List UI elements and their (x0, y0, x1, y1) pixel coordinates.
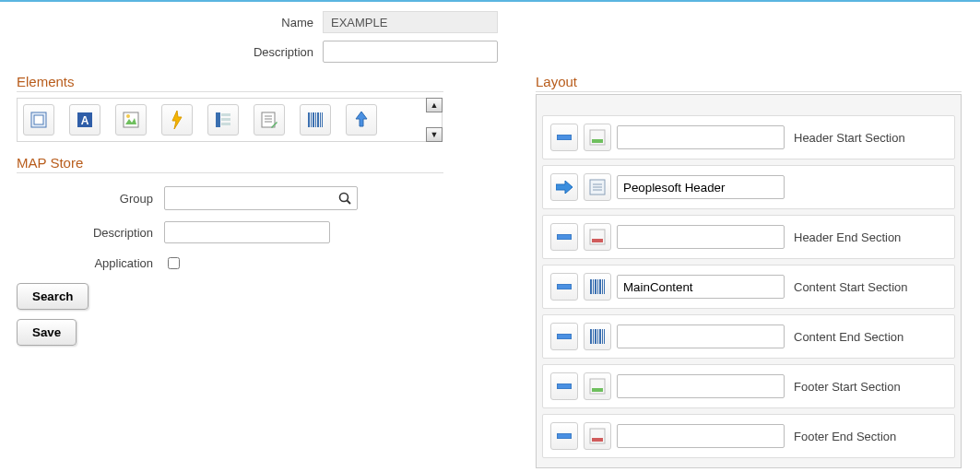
layout-type-button[interactable] (584, 273, 611, 301)
layout-panel: Header Start SectionHeader End SectionCo… (536, 94, 962, 468)
image-element-icon (123, 112, 139, 128)
layout-row: Content Start Section (542, 265, 955, 309)
arrow-right-icon (556, 181, 573, 194)
elements-toolbar: A ▲ ▼ (17, 98, 443, 142)
layout-name-input[interactable] (617, 125, 785, 149)
svg-rect-38 (557, 284, 572, 289)
action-element-icon (171, 111, 183, 129)
content-end-icon (589, 328, 606, 345)
group-lookup-button[interactable] (338, 192, 351, 205)
svg-point-6 (126, 114, 130, 118)
svg-rect-43 (599, 279, 601, 294)
divider (17, 172, 443, 173)
layout-name-input[interactable] (617, 424, 785, 448)
layout-section-label: Content End Section (794, 330, 903, 344)
layout-arrow-button[interactable] (550, 372, 578, 400)
name-label: Name (0, 16, 323, 30)
svg-rect-47 (590, 329, 592, 344)
edit-element-button[interactable] (254, 104, 285, 136)
minus-icon (557, 234, 572, 240)
layout-arrow-button[interactable] (550, 273, 578, 301)
group-input[interactable] (171, 188, 338, 208)
image-element-button[interactable] (115, 104, 147, 136)
footer-end-icon (589, 428, 606, 444)
chevron-up-icon: ▲ (431, 100, 439, 110)
description-label: Description (0, 45, 323, 59)
chevron-down-icon: ▼ (431, 130, 439, 139)
layout-arrow-button[interactable] (550, 422, 578, 450)
minus-icon (557, 433, 572, 439)
header-start-icon (589, 129, 606, 146)
map-description-input[interactable] (164, 221, 330, 243)
layout-type-button[interactable] (584, 323, 611, 350)
layout-section-label: Header End Section (794, 230, 901, 244)
layout-arrow-button[interactable] (550, 323, 578, 350)
layout-arrow-button[interactable] (550, 223, 578, 251)
action-element-button[interactable] (161, 104, 193, 136)
svg-rect-27 (557, 135, 572, 140)
svg-rect-22 (320, 112, 321, 127)
svg-point-25 (340, 194, 348, 202)
layout-name-input[interactable] (617, 275, 785, 299)
svg-rect-46 (557, 334, 572, 339)
svg-rect-40 (593, 279, 594, 294)
svg-rect-59 (592, 438, 603, 442)
upload-element-icon (354, 112, 369, 128)
svg-rect-41 (595, 279, 596, 294)
save-button[interactable]: Save (17, 319, 77, 346)
map-description-label: Description (17, 226, 164, 240)
barcode-element-button[interactable] (300, 104, 331, 136)
svg-rect-29 (592, 139, 603, 143)
application-checkbox[interactable] (168, 257, 180, 269)
layout-section-label: Content Start Section (794, 280, 908, 294)
svg-rect-57 (557, 433, 572, 439)
layout-name-input[interactable] (617, 225, 785, 249)
text-element-button[interactable]: A (69, 104, 100, 136)
svg-rect-39 (590, 279, 592, 294)
svg-rect-51 (599, 329, 601, 344)
name-value: EXAMPLE (323, 11, 498, 33)
layout-type-button[interactable] (584, 124, 611, 151)
search-icon (338, 192, 351, 205)
minus-icon (557, 384, 572, 389)
elements-heading: Elements (17, 74, 443, 89)
svg-text:A: A (81, 114, 89, 127)
svg-rect-11 (221, 123, 230, 125)
svg-rect-20 (315, 112, 316, 127)
layout-type-button[interactable] (584, 372, 611, 400)
svg-marker-30 (556, 181, 573, 194)
svg-rect-50 (597, 329, 598, 344)
layout-name-input[interactable] (617, 374, 785, 398)
layout-name-input[interactable] (617, 175, 785, 199)
svg-rect-18 (311, 112, 312, 127)
elements-scroll-down-button[interactable]: ▼ (426, 127, 443, 142)
upload-element-button[interactable] (346, 104, 377, 136)
layout-row: Footer Start Section (542, 364, 955, 408)
layout-arrow-button[interactable] (550, 124, 578, 151)
svg-rect-49 (595, 329, 596, 344)
layout-type-button[interactable] (584, 223, 611, 251)
divider (536, 91, 962, 92)
svg-rect-54 (557, 384, 572, 389)
svg-rect-9 (221, 113, 230, 116)
svg-rect-19 (313, 112, 314, 127)
layout-name-input[interactable] (617, 324, 785, 348)
svg-marker-7 (172, 111, 182, 129)
svg-rect-56 (592, 388, 603, 392)
elements-scroll-up-button[interactable]: ▲ (426, 98, 443, 112)
layout-arrow-button[interactable] (550, 173, 578, 201)
header-end-icon (589, 229, 606, 245)
list-element-button[interactable] (207, 104, 239, 136)
container-element-button[interactable] (23, 104, 54, 136)
layout-type-button[interactable] (584, 173, 611, 201)
svg-rect-42 (597, 279, 598, 294)
svg-rect-45 (604, 279, 605, 294)
description-input[interactable] (323, 41, 498, 63)
svg-rect-8 (216, 112, 220, 127)
search-button[interactable]: Search (17, 283, 89, 310)
layout-section-label: Header Start Section (794, 131, 905, 145)
svg-rect-37 (592, 239, 603, 242)
layout-type-button[interactable] (584, 422, 611, 450)
layout-row: Footer End Section (542, 414, 955, 458)
divider (17, 91, 443, 92)
